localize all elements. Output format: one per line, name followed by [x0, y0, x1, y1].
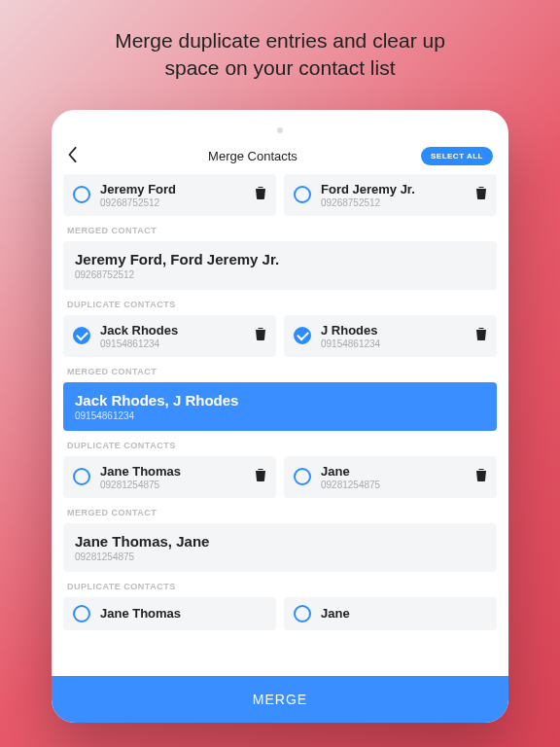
merged-name: Jane Thomas, Jane — [75, 533, 485, 550]
section-label-merged: MERGED CONTACT — [67, 226, 493, 235]
select-circle-icon[interactable] — [73, 605, 90, 622]
delete-button[interactable] — [475, 327, 487, 344]
contact-name: Ford Jeremy Jr. — [321, 182, 470, 196]
contact-name: Jack Rhodes — [100, 323, 249, 338]
back-button[interactable] — [67, 147, 85, 166]
merged-contact-card[interactable]: Jeremy Ford, Ford Jeremy Jr. 09268752512 — [63, 241, 497, 290]
merge-button[interactable]: MERGE — [52, 676, 508, 723]
duplicate-pair: Jane Thomas Jane — [63, 597, 497, 630]
select-circle-icon[interactable] — [73, 468, 90, 485]
nav-bar: Merge Contacts SELECT ALL — [52, 137, 508, 174]
home-indicator — [52, 110, 508, 137]
select-all-button[interactable]: SELECT ALL — [421, 147, 493, 165]
duplicate-card[interactable]: Jeremy Ford 09268752512 — [63, 174, 276, 216]
promo-headline: Merge duplicate entries and clear up spa… — [0, 27, 560, 83]
delete-button[interactable] — [255, 327, 266, 344]
trash-icon — [255, 186, 266, 199]
contact-name: Jane — [321, 606, 487, 621]
contact-phone: 09154861234 — [100, 338, 249, 349]
select-circle-icon[interactable] — [294, 186, 311, 203]
contact-name: Jane Thomas — [100, 464, 249, 479]
contact-info: Jeremy Ford 09268752512 — [100, 182, 249, 208]
duplicate-pair: Jeremy Ford 09268752512 Ford Jeremy Jr. … — [63, 174, 497, 216]
duplicate-card[interactable]: J Rhodes 09154861234 — [284, 315, 497, 357]
contact-info: Jane Thomas 09281254875 — [100, 464, 249, 490]
merged-name: Jack Rhodes, J Rhodes — [75, 392, 485, 409]
trash-icon — [475, 186, 487, 199]
chevron-left-icon — [67, 147, 79, 162]
delete-button[interactable] — [255, 468, 266, 485]
merged-phone: 09268752512 — [75, 269, 485, 280]
promo-line2: space on your contact list — [165, 56, 396, 79]
duplicate-pair: Jack Rhodes 09154861234 J Rhodes 0915486… — [63, 315, 497, 357]
delete-button[interactable] — [475, 186, 487, 203]
contact-info: Jane Thomas — [100, 606, 266, 622]
contact-phone: 09268752512 — [321, 197, 470, 208]
contact-phone: 09154861234 — [321, 338, 470, 349]
page-title: Merge Contacts — [208, 149, 298, 163]
device-frame: Merge Contacts SELECT ALL Jeremy Ford 09… — [52, 110, 508, 723]
select-circle-icon[interactable] — [294, 327, 311, 344]
contact-info: Ford Jeremy Jr. 09268752512 — [321, 182, 470, 208]
contact-info: J Rhodes 09154861234 — [321, 323, 470, 349]
trash-icon — [255, 468, 266, 481]
duplicate-card[interactable]: Jane — [284, 597, 497, 630]
section-label-merged: MERGED CONTACT — [67, 367, 493, 376]
contact-info: Jane — [321, 606, 487, 622]
merged-phone: 09281254875 — [75, 551, 485, 562]
section-label-duplicate: DUPLICATE CONTACTS — [67, 300, 493, 309]
content-scroll[interactable]: Jeremy Ford 09268752512 Ford Jeremy Jr. … — [52, 174, 508, 630]
trash-icon — [475, 327, 487, 340]
merged-contact-card[interactable]: Jane Thomas, Jane 09281254875 — [63, 523, 497, 572]
duplicate-pair: Jane Thomas 09281254875 Jane 09281254875 — [63, 456, 497, 498]
select-circle-icon[interactable] — [294, 468, 311, 485]
section-label-merged: MERGED CONTACT — [67, 508, 493, 517]
trash-icon — [255, 327, 266, 340]
contact-name: Jeremy Ford — [100, 182, 249, 196]
contact-name: J Rhodes — [321, 323, 470, 338]
delete-button[interactable] — [255, 186, 266, 203]
delete-button[interactable] — [475, 468, 487, 485]
section-label-duplicate: DUPLICATE CONTACTS — [67, 582, 493, 591]
promo-line1: Merge duplicate entries and clear up — [115, 29, 445, 52]
duplicate-card[interactable]: Jane Thomas — [63, 597, 276, 630]
contact-info: Jane 09281254875 — [321, 464, 470, 490]
contact-name: Jane — [321, 464, 470, 479]
contact-phone: 09281254875 — [321, 480, 470, 490]
trash-icon — [475, 468, 487, 481]
merged-phone: 09154861234 — [75, 410, 485, 421]
duplicate-card[interactable]: Jack Rhodes 09154861234 — [63, 315, 276, 357]
contact-phone: 09281254875 — [100, 480, 249, 490]
contact-info: Jack Rhodes 09154861234 — [100, 323, 249, 349]
duplicate-card[interactable]: Jane 09281254875 — [284, 456, 497, 498]
contact-name: Jane Thomas — [100, 606, 266, 621]
duplicate-card[interactable]: Ford Jeremy Jr. 09268752512 — [284, 174, 497, 216]
merged-contact-card[interactable]: Jack Rhodes, J Rhodes 09154861234 — [63, 382, 497, 431]
duplicate-card[interactable]: Jane Thomas 09281254875 — [63, 456, 276, 498]
contact-phone: 09268752512 — [100, 197, 249, 208]
select-circle-icon[interactable] — [294, 605, 311, 622]
select-circle-icon[interactable] — [73, 327, 90, 344]
section-label-duplicate: DUPLICATE CONTACTS — [67, 441, 493, 450]
select-circle-icon[interactable] — [73, 186, 90, 203]
merged-name: Jeremy Ford, Ford Jeremy Jr. — [75, 251, 485, 267]
